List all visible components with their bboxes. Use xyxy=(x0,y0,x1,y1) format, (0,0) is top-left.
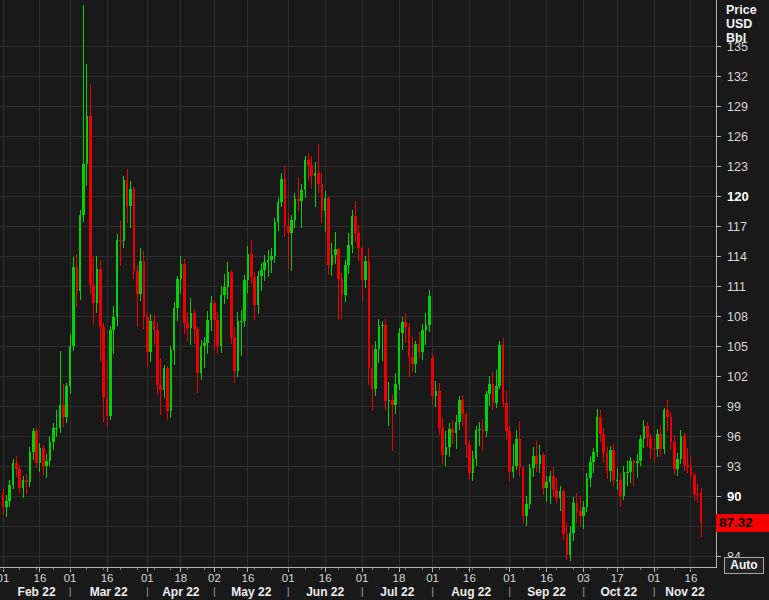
candle-body xyxy=(612,450,615,480)
candle-body xyxy=(133,189,136,271)
candle-body xyxy=(555,490,558,498)
candle-body xyxy=(582,507,585,516)
x-tick-label: 01 xyxy=(282,572,295,584)
candle-body xyxy=(680,436,683,459)
candle-body xyxy=(502,345,505,403)
candle-body xyxy=(331,255,334,265)
candle-body xyxy=(666,410,669,417)
month-separator: | xyxy=(287,585,290,597)
candle-body xyxy=(646,426,649,438)
y-tick-label: 123 xyxy=(727,160,748,174)
candle-body xyxy=(639,439,642,461)
candle-body xyxy=(42,448,45,466)
candle-body xyxy=(277,202,280,222)
candle-body xyxy=(300,190,303,201)
candle-body xyxy=(220,295,223,346)
candle-body xyxy=(579,511,582,516)
candle-body xyxy=(636,461,639,463)
candle-body xyxy=(52,428,55,442)
candle-body xyxy=(25,480,28,482)
candle-body xyxy=(32,431,35,452)
candle-body xyxy=(5,501,8,507)
candle-body xyxy=(193,313,196,329)
candle-body xyxy=(243,280,246,321)
candle-body xyxy=(525,504,528,516)
candle-body xyxy=(602,434,605,453)
candle-body xyxy=(76,267,79,291)
candle-body xyxy=(512,466,515,472)
candle-body xyxy=(79,215,82,291)
candle-body xyxy=(183,264,186,323)
candle-body xyxy=(451,429,454,433)
candle-body xyxy=(552,476,555,490)
candle-body xyxy=(589,462,592,478)
candle-body xyxy=(186,323,189,328)
candle-body xyxy=(498,345,501,386)
candle-body xyxy=(317,173,320,184)
month-separator: | xyxy=(361,585,364,597)
candle-body xyxy=(606,453,609,471)
x-month-label: Jul 22 xyxy=(380,585,414,599)
candle-body xyxy=(508,431,511,472)
candle-body xyxy=(2,494,5,507)
candle-body xyxy=(206,320,209,343)
candle-body xyxy=(529,468,532,504)
candle-body xyxy=(126,180,129,206)
candle-body xyxy=(173,308,176,350)
candle-body xyxy=(307,160,310,165)
candle-body xyxy=(267,260,270,262)
candle-body xyxy=(364,261,367,280)
candle-body xyxy=(69,346,72,386)
candle-body xyxy=(324,198,327,211)
candle-body xyxy=(445,447,448,455)
candle-body xyxy=(334,249,337,255)
candle-body xyxy=(49,442,52,461)
candle-body xyxy=(166,368,169,411)
candle-body xyxy=(572,503,575,533)
candle-body xyxy=(143,261,146,317)
candle-body xyxy=(404,322,407,327)
candle-body xyxy=(535,456,538,464)
candle-body xyxy=(216,320,219,346)
candle-body xyxy=(210,303,213,320)
candle-body xyxy=(361,248,364,280)
candle-body xyxy=(408,327,411,357)
candle-body xyxy=(294,199,297,220)
candle-body xyxy=(475,430,478,459)
candle-body xyxy=(391,400,394,405)
candle-body xyxy=(542,455,545,488)
candle-body xyxy=(190,313,193,328)
last-price-flag: 87.32 xyxy=(716,514,769,532)
month-separator: | xyxy=(582,585,585,597)
candle-body xyxy=(700,492,703,523)
candle-body xyxy=(686,465,689,467)
x-month-label: Jun 22 xyxy=(306,585,344,599)
candle-body xyxy=(247,254,250,280)
candle-body xyxy=(592,452,595,462)
candle-body xyxy=(374,349,377,389)
candle-body xyxy=(388,400,391,401)
candle-body xyxy=(488,384,491,394)
candle-body xyxy=(112,317,115,330)
x-tick-label: 02 xyxy=(208,572,221,584)
candle-body xyxy=(619,480,622,496)
x-month-label: Sep 22 xyxy=(527,585,566,599)
candle-body xyxy=(357,233,360,248)
candle-body xyxy=(12,463,15,485)
candle-body xyxy=(519,439,522,468)
candle-body xyxy=(623,472,626,496)
candle-body xyxy=(304,160,307,190)
x-tick-label: 01 xyxy=(141,572,154,584)
auto-scale-button[interactable]: Auto xyxy=(724,557,764,574)
x-month-label: Aug 22 xyxy=(451,585,491,599)
candle-body xyxy=(482,429,485,431)
candle-body xyxy=(515,439,518,466)
candle-body xyxy=(8,485,11,501)
candle-body xyxy=(381,325,384,326)
candle-body xyxy=(465,414,468,445)
candle-body xyxy=(599,417,602,434)
candle-body xyxy=(213,303,216,320)
candlestick-chart[interactable]: 8487909396991021051081111141171201231261… xyxy=(0,0,769,600)
candle-body xyxy=(260,270,263,276)
x-tick-label: 01 xyxy=(426,572,439,584)
